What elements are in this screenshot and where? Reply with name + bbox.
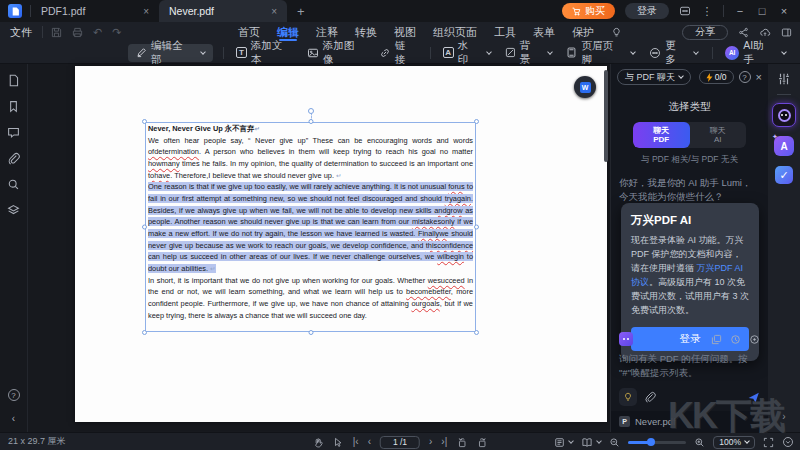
resize-handle-e[interactable]: [474, 225, 479, 230]
resize-handle-nw[interactable]: [142, 119, 147, 124]
resize-handle-ne[interactable]: [474, 119, 479, 124]
last-page-button[interactable]: ›|: [441, 437, 447, 447]
new-chat-icon[interactable]: [711, 334, 722, 345]
attachment-icon[interactable]: [7, 152, 20, 165]
watermark-icon: A: [443, 47, 454, 58]
read-mode-button[interactable]: [581, 437, 601, 448]
undo-icon[interactable]: ↶: [93, 26, 102, 39]
more-button[interactable]: 更多: [649, 39, 698, 67]
bookmark-icon[interactable]: [7, 100, 20, 113]
panel-toggle-icon[interactable]: [781, 27, 792, 38]
share-button[interactable]: 分享: [682, 25, 728, 40]
resize-handle-s[interactable]: [308, 330, 313, 335]
redo-icon[interactable]: ↷: [112, 26, 121, 39]
kebab-menu-icon[interactable]: ⋮: [701, 5, 713, 18]
fit-screen-icon[interactable]: [763, 437, 774, 448]
resize-handle-se[interactable]: [474, 330, 479, 335]
auto-scroll-icon[interactable]: [782, 436, 794, 448]
select-tool-icon[interactable]: [333, 437, 344, 448]
attached-file-chip[interactable]: P Never.pdf: [611, 411, 768, 432]
rotation-handle[interactable]: [308, 108, 314, 114]
resize-handle-w[interactable]: [142, 225, 147, 230]
thumbnails-icon[interactable]: [7, 74, 20, 87]
link-button[interactable]: 链接: [379, 39, 416, 67]
share-nodes-icon[interactable]: [738, 27, 749, 38]
add-text-button[interactable]: T 添加文本: [236, 39, 293, 67]
feedback-icon[interactable]: [679, 5, 691, 17]
page-layout-button[interactable]: [554, 437, 573, 448]
chat-pdf-toggle[interactable]: 聊天 PDF: [633, 122, 690, 148]
close-panel-icon[interactable]: ×: [756, 71, 762, 83]
document-title[interactable]: Never, Never Give Up 永不言弃↵: [148, 123, 473, 135]
search-icon[interactable]: [7, 178, 20, 191]
zoom-level-select[interactable]: 100%: [713, 436, 755, 449]
zoom-slider-knob[interactable]: [647, 438, 655, 446]
page-indicator[interactable]: 1 /1: [380, 436, 420, 449]
document-area[interactable]: Never, Never Give Up 永不言弃↵We often hear …: [28, 64, 610, 432]
prompt-library-icon[interactable]: [619, 332, 633, 346]
comment-icon[interactable]: [7, 126, 20, 139]
document-tab-pdf1[interactable]: PDF1.pdf ×: [31, 0, 159, 22]
send-icon[interactable]: [747, 391, 760, 404]
zoom-out-icon[interactable]: [609, 437, 620, 448]
history-icon[interactable]: [730, 334, 741, 345]
hand-tool-icon[interactable]: [313, 437, 324, 448]
layers-icon[interactable]: [7, 204, 20, 217]
edit-all-button[interactable]: 编辑全部: [128, 44, 213, 62]
resize-handle-n[interactable]: [308, 119, 313, 124]
add-image-button[interactable]: 添加图像: [307, 39, 365, 67]
chat-mode-dropdown[interactable]: 与 PDF 聊天: [617, 69, 691, 85]
pdf-page[interactable]: Never, Never Give Up 永不言弃↵We often hear …: [75, 66, 607, 422]
rotate-left-icon[interactable]: [456, 437, 467, 448]
chevron-down-icon: [630, 49, 636, 55]
document-tab-never[interactable]: Never.pdf ×: [159, 0, 287, 22]
background-button[interactable]: 背景: [505, 39, 553, 67]
buy-button[interactable]: 购买: [562, 3, 615, 19]
cloud-upload-icon[interactable]: [759, 27, 771, 38]
ai-proofread-icon[interactable]: ✓: [775, 166, 793, 184]
chat-input-placeholder[interactable]: 询问有关 PDF 的任何问题。按 "#"唤醒提示列表。: [619, 352, 760, 381]
save-icon[interactable]: [51, 27, 62, 38]
next-page-button[interactable]: ›: [429, 437, 432, 447]
settings-target-icon[interactable]: [749, 334, 760, 345]
new-tab-button[interactable]: +: [297, 4, 305, 19]
ai-assistant-button[interactable]: AI AI助手: [725, 39, 786, 67]
document-paragraph[interactable]: We often hear people say, “ Never give u…: [148, 135, 473, 182]
close-tab-icon[interactable]: ×: [271, 6, 277, 17]
zoom-in-icon[interactable]: [694, 437, 705, 448]
close-tab-icon[interactable]: ×: [143, 6, 149, 17]
chat-ai-toggle[interactable]: 聊天 AI: [690, 122, 747, 148]
first-page-button[interactable]: |‹: [353, 437, 359, 447]
login-button[interactable]: 登录: [625, 3, 669, 19]
ai-assistant-lumi-icon[interactable]: [772, 103, 796, 127]
watermark-button[interactable]: A 水印: [443, 39, 491, 67]
resize-handle-sw[interactable]: [142, 330, 147, 335]
attach-file-icon[interactable]: [644, 391, 656, 403]
print-icon[interactable]: [72, 27, 83, 38]
prev-page-button[interactable]: ‹: [368, 437, 371, 447]
selected-text-block[interactable]: Never, Never Give Up 永不言弃↵We often hear …: [145, 122, 476, 332]
app-logo-icon[interactable]: [8, 4, 22, 18]
help-icon[interactable]: ?: [8, 389, 20, 401]
close-window-button[interactable]: ×: [778, 5, 790, 17]
collapse-sidebar-icon[interactable]: ‹: [12, 413, 15, 424]
header-footer-button[interactable]: 页眉页脚: [566, 39, 635, 67]
minimize-button[interactable]: −: [734, 5, 746, 17]
text-run: We often hear people say, “ Never give u…: [148, 136, 473, 180]
rotate-right-icon[interactable]: [476, 437, 487, 448]
divider: [723, 5, 724, 17]
file-menu[interactable]: 文件: [0, 25, 42, 40]
collapse-panel-icon[interactable]: ›: [782, 411, 785, 422]
maximize-button[interactable]: □: [756, 5, 768, 17]
paragraph-mark: ↵: [336, 172, 341, 179]
vertical-scrollbar[interactable]: [604, 70, 608, 162]
document-paragraph[interactable]: One reason is that if we give up too eas…: [148, 181, 473, 274]
ai-translate-icon[interactable]: ✦A: [774, 136, 794, 156]
properties-sliders-icon[interactable]: [777, 72, 791, 86]
convert-to-word-button[interactable]: W: [574, 76, 596, 98]
help-icon[interactable]: ?: [739, 71, 751, 83]
idea-bulb-icon[interactable]: [619, 388, 637, 406]
tips-lamp-icon[interactable]: [611, 27, 622, 38]
zoom-slider[interactable]: [628, 441, 686, 444]
document-paragraph[interactable]: In short, it is important that we do not…: [148, 275, 473, 322]
